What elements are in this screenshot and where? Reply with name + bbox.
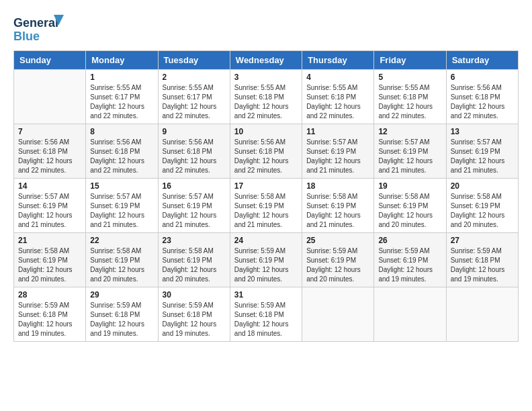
day-info: Sunrise: 5:55 AM Sunset: 6:17 PM Dayligh… — [90, 83, 153, 121]
weekday-header: Thursday — [302, 51, 374, 70]
calendar-cell: 25Sunrise: 5:59 AM Sunset: 6:19 PM Dayli… — [302, 233, 374, 287]
day-info: Sunrise: 5:58 AM Sunset: 6:19 PM Dayligh… — [451, 192, 514, 230]
day-info: Sunrise: 5:55 AM Sunset: 6:18 PM Dayligh… — [306, 83, 369, 121]
calendar-cell: 12Sunrise: 5:57 AM Sunset: 6:19 PM Dayli… — [374, 124, 446, 179]
day-number: 17 — [234, 181, 298, 191]
day-number: 7 — [18, 127, 81, 136]
calendar-cell: 22Sunrise: 5:58 AM Sunset: 6:19 PM Dayli… — [86, 233, 158, 287]
day-number: 25 — [306, 236, 369, 245]
day-info: Sunrise: 5:59 AM Sunset: 6:18 PM Dayligh… — [18, 301, 81, 338]
day-info: Sunrise: 5:59 AM Sunset: 6:18 PM Dayligh… — [163, 301, 226, 338]
weekday-header: Friday — [374, 51, 446, 70]
day-number: 10 — [234, 127, 298, 136]
day-number: 1 — [90, 73, 153, 82]
day-number: 2 — [163, 73, 226, 82]
calendar-cell: 6Sunrise: 5:56 AM Sunset: 6:18 PM Daylig… — [446, 70, 518, 124]
calendar-cell: 19Sunrise: 5:58 AM Sunset: 6:19 PM Dayli… — [374, 179, 446, 233]
calendar-cell: 14Sunrise: 5:57 AM Sunset: 6:19 PM Dayli… — [14, 179, 86, 233]
day-number: 28 — [18, 290, 81, 300]
calendar-cell: 24Sunrise: 5:59 AM Sunset: 6:19 PM Dayli… — [230, 233, 302, 287]
weekday-header: Tuesday — [158, 51, 230, 70]
day-info: Sunrise: 5:58 AM Sunset: 6:19 PM Dayligh… — [378, 192, 441, 230]
day-info: Sunrise: 5:59 AM Sunset: 6:19 PM Dayligh… — [306, 246, 369, 284]
header: GeneralBlue — [13, 13, 519, 44]
day-info: Sunrise: 5:55 AM Sunset: 6:17 PM Dayligh… — [163, 83, 226, 121]
calendar-cell: 2Sunrise: 5:55 AM Sunset: 6:17 PM Daylig… — [158, 70, 230, 124]
calendar-cell: 23Sunrise: 5:58 AM Sunset: 6:19 PM Dayli… — [158, 233, 230, 287]
day-info: Sunrise: 5:58 AM Sunset: 6:19 PM Dayligh… — [18, 246, 81, 284]
calendar-cell — [302, 287, 374, 342]
day-number: 11 — [306, 127, 369, 136]
calendar-cell: 7Sunrise: 5:56 AM Sunset: 6:18 PM Daylig… — [14, 124, 86, 179]
day-number: 29 — [90, 290, 153, 300]
day-number: 19 — [378, 181, 441, 191]
day-number: 20 — [451, 181, 514, 191]
day-number: 8 — [90, 127, 153, 136]
calendar-cell: 26Sunrise: 5:59 AM Sunset: 6:19 PM Dayli… — [374, 233, 446, 287]
calendar-cell: 10Sunrise: 5:56 AM Sunset: 6:18 PM Dayli… — [230, 124, 302, 179]
day-info: Sunrise: 5:57 AM Sunset: 6:19 PM Dayligh… — [306, 138, 369, 175]
day-number: 3 — [234, 73, 298, 82]
calendar: SundayMondayTuesdayWednesdayThursdayFrid… — [13, 50, 519, 342]
day-info: Sunrise: 5:57 AM Sunset: 6:19 PM Dayligh… — [18, 192, 81, 230]
calendar-cell: 3Sunrise: 5:55 AM Sunset: 6:18 PM Daylig… — [230, 70, 302, 124]
calendar-cell: 20Sunrise: 5:58 AM Sunset: 6:19 PM Dayli… — [446, 179, 518, 233]
day-number: 26 — [378, 236, 441, 245]
day-info: Sunrise: 5:58 AM Sunset: 6:19 PM Dayligh… — [306, 192, 369, 230]
calendar-cell: 5Sunrise: 5:55 AM Sunset: 6:18 PM Daylig… — [374, 70, 446, 124]
day-info: Sunrise: 5:58 AM Sunset: 6:19 PM Dayligh… — [234, 192, 298, 230]
calendar-cell: 30Sunrise: 5:59 AM Sunset: 6:18 PM Dayli… — [158, 287, 230, 342]
day-number: 18 — [306, 181, 369, 191]
calendar-week-row: 7Sunrise: 5:56 AM Sunset: 6:18 PM Daylig… — [14, 124, 519, 179]
day-number: 6 — [451, 73, 514, 82]
day-info: Sunrise: 5:55 AM Sunset: 6:18 PM Dayligh… — [234, 83, 298, 121]
day-info: Sunrise: 5:56 AM Sunset: 6:18 PM Dayligh… — [90, 138, 153, 175]
day-number: 12 — [378, 127, 441, 136]
day-number: 9 — [163, 127, 226, 136]
calendar-week-row: 1Sunrise: 5:55 AM Sunset: 6:17 PM Daylig… — [14, 70, 519, 124]
day-info: Sunrise: 5:59 AM Sunset: 6:18 PM Dayligh… — [451, 246, 514, 284]
calendar-cell: 21Sunrise: 5:58 AM Sunset: 6:19 PM Dayli… — [14, 233, 86, 287]
day-number: 15 — [90, 181, 153, 191]
day-number: 27 — [451, 236, 514, 245]
day-number: 13 — [451, 127, 514, 136]
weekday-header: Saturday — [446, 51, 518, 70]
weekday-header: Sunday — [14, 51, 86, 70]
logo-icon: GeneralBlue — [13, 13, 67, 44]
svg-text:Blue: Blue — [13, 30, 40, 43]
weekday-header: Monday — [86, 51, 158, 70]
calendar-header-row: SundayMondayTuesdayWednesdayThursdayFrid… — [14, 51, 519, 70]
day-info: Sunrise: 5:59 AM Sunset: 6:19 PM Dayligh… — [234, 246, 298, 284]
day-info: Sunrise: 5:58 AM Sunset: 6:19 PM Dayligh… — [90, 246, 153, 284]
day-info: Sunrise: 5:59 AM Sunset: 6:18 PM Dayligh… — [234, 301, 298, 338]
day-info: Sunrise: 5:58 AM Sunset: 6:19 PM Dayligh… — [163, 246, 226, 284]
day-number: 24 — [234, 236, 298, 245]
day-info: Sunrise: 5:56 AM Sunset: 6:18 PM Dayligh… — [451, 83, 514, 121]
calendar-cell: 8Sunrise: 5:56 AM Sunset: 6:18 PM Daylig… — [86, 124, 158, 179]
day-number: 21 — [18, 236, 81, 245]
day-number: 31 — [234, 290, 298, 300]
calendar-week-row: 28Sunrise: 5:59 AM Sunset: 6:18 PM Dayli… — [14, 287, 519, 342]
day-number: 23 — [163, 236, 226, 245]
day-info: Sunrise: 5:57 AM Sunset: 6:19 PM Dayligh… — [90, 192, 153, 230]
day-number: 4 — [306, 73, 369, 82]
day-info: Sunrise: 5:59 AM Sunset: 6:18 PM Dayligh… — [90, 301, 153, 338]
calendar-cell: 29Sunrise: 5:59 AM Sunset: 6:18 PM Dayli… — [86, 287, 158, 342]
calendar-cell: 4Sunrise: 5:55 AM Sunset: 6:18 PM Daylig… — [302, 70, 374, 124]
day-number: 22 — [90, 236, 153, 245]
logo: GeneralBlue — [13, 13, 67, 44]
calendar-cell: 31Sunrise: 5:59 AM Sunset: 6:18 PM Dayli… — [230, 287, 302, 342]
day-number: 5 — [378, 73, 441, 82]
calendar-cell: 27Sunrise: 5:59 AM Sunset: 6:18 PM Dayli… — [446, 233, 518, 287]
calendar-cell — [446, 287, 518, 342]
weekday-header: Wednesday — [230, 51, 302, 70]
day-number: 14 — [18, 181, 81, 191]
calendar-cell: 28Sunrise: 5:59 AM Sunset: 6:18 PM Dayli… — [14, 287, 86, 342]
calendar-cell: 1Sunrise: 5:55 AM Sunset: 6:17 PM Daylig… — [86, 70, 158, 124]
calendar-cell — [374, 287, 446, 342]
day-info: Sunrise: 5:59 AM Sunset: 6:19 PM Dayligh… — [378, 246, 441, 284]
day-info: Sunrise: 5:56 AM Sunset: 6:18 PM Dayligh… — [18, 138, 81, 175]
calendar-week-row: 14Sunrise: 5:57 AM Sunset: 6:19 PM Dayli… — [14, 179, 519, 233]
day-info: Sunrise: 5:56 AM Sunset: 6:18 PM Dayligh… — [163, 138, 226, 175]
day-info: Sunrise: 5:57 AM Sunset: 6:19 PM Dayligh… — [378, 138, 441, 175]
